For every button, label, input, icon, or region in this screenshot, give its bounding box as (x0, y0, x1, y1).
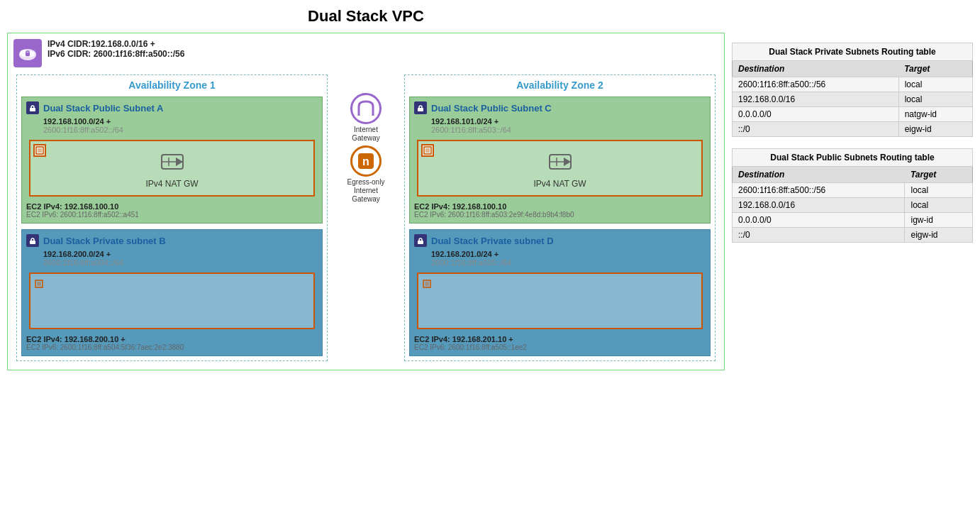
eigw-icon: n (350, 145, 382, 177)
svg-marker-25 (564, 158, 571, 166)
az1-private-ipv4: 192.168.200.0/24 + (43, 250, 318, 258)
svg-rect-14 (31, 238, 34, 241)
middle-gateways: Internet Gateway n E (330, 72, 401, 206)
az2-public-header: Dual Stack Public Subnet C (414, 101, 706, 114)
az1-private-name: Dual Stack Private subnet B (43, 236, 166, 246)
nat-gw-icon (158, 148, 186, 176)
public-row2-target: local (905, 198, 973, 213)
az2-public-ec2-ipv6: EC2 IPv6: 2600:1f16:8ff:a503:2e9f:4e8d:b… (414, 211, 706, 219)
private-row2-target: local (898, 92, 972, 107)
public-row1-target: local (905, 183, 973, 198)
vpc-icon (13, 39, 42, 67)
igw-icon (350, 93, 382, 124)
az1-public-ipv4: 192.168.100.0/24 + (43, 117, 318, 126)
az1-private-subnet: Dual Stack Private subnet B 192.168.200.… (21, 229, 323, 356)
az2-public-ec2-ipv4: EC2 IPv4: 192.168.100.10 (414, 202, 706, 211)
az1-public-subnet: Dual Stack Public Subnet A 192.168.100.0… (21, 97, 323, 224)
az2-private-subnet: Dual Stack Private subnet D 192.168.201.… (409, 229, 711, 356)
table-row: ::/0 eigw-id (733, 228, 973, 243)
az1-public-lock-icon (26, 101, 39, 114)
az2-nat-label: IPv4 NAT GW (533, 179, 586, 189)
az2-private-ec2-ipv4: EC2 IPv4: 192.168.201.10 + (414, 335, 706, 343)
az1-private-ec2-ipv4: EC2 IPv4: 192.168.200.10 + (26, 335, 318, 343)
az2-nat-gw-icon (546, 148, 574, 176)
az1-public-header: Dual Stack Public Subnet A (26, 101, 318, 114)
az1-private-ec2-ipv6: EC2 IPv6: 2600:1f16:8ff:a504:5f36:7aec:2… (26, 343, 318, 351)
table-row: 0.0.0.0/0 natgw-id (733, 107, 973, 122)
svg-rect-28 (419, 238, 422, 241)
az2-title: Availability Zone 2 (409, 79, 711, 91)
public-row4-target: eigw-id (905, 228, 973, 243)
public-routing-dest-header: Destination (733, 167, 905, 183)
public-routing-target-header: Target (905, 167, 973, 183)
table-row: 192.168.0.0/16 local (733, 92, 973, 107)
table-row: 2600:1f16:8ff:a500::/56 local (733, 77, 973, 92)
az2-private-lock-icon (414, 234, 427, 247)
svg-text:n: n (362, 155, 369, 167)
svg-rect-22 (425, 148, 430, 153)
igw-item: Internet Gateway (350, 93, 382, 143)
diagram-area: Dual Stack VPC IPv4 CIDR:192.168.0.0/16 (7, 7, 725, 370)
private-row1-target: local (898, 77, 972, 92)
svg-rect-6 (31, 106, 34, 109)
az1-title: Availability Zone 1 (21, 79, 323, 91)
main-container: Dual Stack VPC IPv4 CIDR:192.168.0.0/16 (0, 0, 980, 378)
az2-private-header: Dual Stack Private subnet D (414, 234, 706, 247)
az2-public-subnet: Dual Stack Public Subnet C 192.168.101.0… (409, 97, 711, 224)
svg-rect-8 (38, 148, 42, 153)
table-row: 192.168.0.0/16 local (733, 198, 973, 213)
az1-private-ec2-icon (35, 278, 309, 291)
az1-column: Availability Zone 1 Dual Stack Public Su… (16, 75, 328, 361)
table-row: ::/0 eigw-id (733, 122, 973, 137)
az1-private-ipv6: 2600:1f16:8ff:a504::/64 (43, 258, 318, 267)
svg-rect-30 (425, 282, 429, 286)
az2-private-instance-box (417, 272, 703, 329)
az2-nat-gw-box: IPv4 NAT GW (417, 140, 703, 197)
az1-public-name: Dual Stack Public Subnet A (43, 103, 163, 114)
az1-nat-gw-box: IPv4 NAT GW (29, 140, 315, 197)
private-routing-target-header: Target (898, 61, 972, 77)
az2-public-name: Dual Stack Public Subnet C (431, 103, 552, 114)
eigw-label: Egress-only Internet Gateway (347, 178, 385, 204)
az2-private-ec2-icon (423, 278, 697, 291)
private-routing-table: Dual Stack Private Subnets Routing table… (732, 43, 973, 137)
table-row: 2600:1f16:8ff:a500::/56 local (733, 183, 973, 198)
vpc-header: IPv4 CIDR:192.168.0.0/16 + IPv6 CIDR: 26… (13, 39, 718, 67)
az1-nat-label: IPv4 NAT GW (145, 179, 198, 189)
az1-public-ec2-ipv4: EC2 IPv4: 192.168.100.10 (26, 202, 318, 211)
public-routing-title: Dual Stack Public Subnets Routing table (733, 149, 973, 167)
private-routing-dest-header: Destination (733, 61, 899, 77)
private-row3-dest: 0.0.0.0/0 (733, 107, 899, 122)
az2-private-ipv6: 2600:1f16:8ff:a505::/64 (431, 258, 706, 267)
az1-nat-ec2-icon (33, 144, 46, 157)
az1-private-instance-box (29, 272, 315, 329)
public-routing-table: Dual Stack Public Subnets Routing table … (732, 148, 973, 243)
vpc-ipv6-cidr: IPv6 CIDR: 2600:1f16:8ff:a500::/56 (48, 49, 184, 59)
az2-private-ipv4: 192.168.201.0/24 + (431, 250, 706, 258)
az2-public-ipv6: 2600:1f16:8ff:a503::/64 (431, 126, 706, 134)
az2-private-ec2-ipv6: EC2 IPv6: 2600:1f16:8ff:a505::1ee2 (414, 343, 706, 351)
private-row3-target: natgw-id (898, 107, 972, 122)
public-row3-target: igw-id (905, 213, 973, 228)
svg-rect-16 (37, 282, 41, 286)
public-row2-dest: 192.168.0.0/16 (733, 198, 905, 213)
az2-private-name: Dual Stack Private subnet D (431, 236, 554, 246)
az1-private-lock-icon (26, 234, 39, 247)
az2-public-lock-icon (414, 101, 427, 114)
vpc-ipv4-cidr: IPv4 CIDR:192.168.0.0/16 + (48, 39, 184, 49)
private-routing-title: Dual Stack Private Subnets Routing table (733, 43, 973, 61)
svg-marker-11 (176, 158, 183, 166)
routing-panel: Dual Stack Private Subnets Routing table… (732, 7, 973, 370)
private-row2-dest: 192.168.0.0/16 (733, 92, 899, 107)
az2-public-ipv4: 192.168.101.0/24 + (431, 117, 706, 126)
igw-label: Internet Gateway (352, 126, 379, 143)
az2-column: Availability Zone 2 Dual Stack Public Su… (404, 75, 715, 361)
eigw-item[interactable]: n Egress-only Internet Gateway (347, 145, 385, 204)
table-row: 0.0.0.0/0 igw-id (733, 213, 973, 228)
private-row4-dest: ::/0 (733, 122, 899, 137)
az1-public-ec2-ipv6: EC2 IPv6: 2600:1f16:8ff:a502::a451 (26, 211, 318, 219)
private-row4-target: eigw-id (898, 122, 972, 137)
svg-rect-20 (419, 106, 422, 109)
az1-public-ipv6: 2600:1f16:8ff:a502::/64 (43, 126, 318, 134)
public-row3-dest: 0.0.0.0/0 (733, 213, 905, 228)
